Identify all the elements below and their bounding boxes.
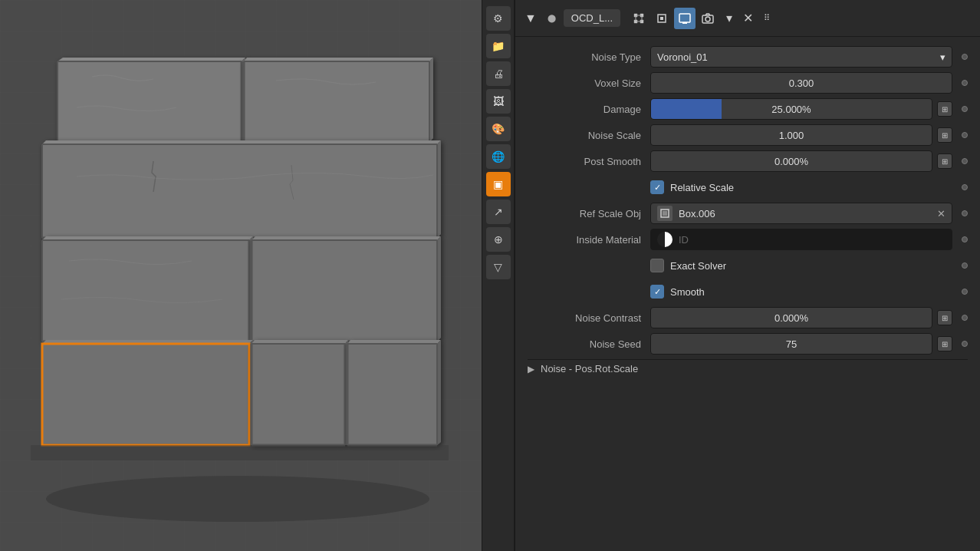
relative-scale-checkbox[interactable] (650, 180, 664, 194)
damage-text: 25.000% (651, 104, 932, 115)
noise-type-label: Noise Type (528, 51, 650, 63)
voxel-size-dot (962, 80, 968, 86)
noise-seed-row: Noise Seed ⊞ (528, 333, 968, 355)
noise-scale-row: Noise Scale ⊞ (528, 124, 968, 146)
noise-scale-input[interactable] (650, 124, 932, 146)
noise-scale-dot (962, 132, 968, 138)
exact-solver-checkbox[interactable] (650, 259, 664, 272)
noise-type-text: Voronoi_01 (657, 51, 708, 63)
ref-scale-label: Ref Scale Obj (528, 208, 650, 219)
noise-contrast-row: Noise Contrast ⊞ (528, 307, 968, 328)
ref-scale-name-text: Box.006 (679, 208, 931, 219)
exact-solver-check-area: Exact Solver (650, 259, 957, 272)
inside-material-row: Inside Material ID (528, 229, 968, 250)
section-divider (528, 359, 968, 360)
panel-title[interactable]: OCD_L... (564, 9, 620, 27)
damage-input[interactable]: 25.000% (650, 98, 932, 120)
cursor-btn[interactable]: ↗ (486, 200, 511, 224)
noise-contrast-value: ⊞ (650, 307, 968, 328)
noise-contrast-dot (962, 315, 968, 321)
post-smooth-label: Post Smooth (528, 156, 650, 167)
dot-icon: ⬤ (548, 14, 556, 22)
ref-scale-obj-icon (657, 206, 673, 221)
smooth-row: Smooth (528, 281, 968, 302)
inside-material-value: ID (650, 229, 968, 250)
header-icon-group (628, 8, 719, 29)
properties-panel: ▼ ⬤ OCD_L... ▾ ✕ ⠿ (514, 0, 980, 551)
svg-rect-48 (663, 211, 667, 216)
damage-expand-icon[interactable]: ⊞ (937, 101, 952, 117)
collapse-icon: ▼ (525, 12, 537, 25)
post-smooth-row: Post Smooth ⊞ (528, 150, 968, 172)
voxel-size-input[interactable] (650, 72, 952, 94)
noise-seed-expand-icon[interactable]: ⊞ (937, 336, 952, 351)
post-smooth-value: ⊞ (650, 150, 968, 172)
relative-scale-dot (962, 184, 968, 190)
noise-contrast-expand-icon[interactable]: ⊞ (937, 310, 952, 325)
relative-scale-check-area: Relative Scale (650, 180, 957, 194)
post-smooth-input[interactable] (650, 150, 932, 172)
noise-scale-expand-icon[interactable]: ⊞ (937, 127, 952, 143)
ref-scale-clear-btn[interactable]: ✕ (937, 208, 945, 219)
noise-contrast-label: Noise Contrast (528, 312, 650, 324)
camera-icon-btn[interactable] (697, 8, 719, 29)
panel-dot-btn[interactable]: ⬤ (544, 11, 559, 25)
smooth-checkbox[interactable] (650, 285, 664, 299)
damage-value: 25.000% ⊞ (650, 98, 968, 120)
noise-section-row[interactable]: ▶ Noise - Pos.Rot.Scale (528, 363, 968, 374)
noise-seed-input[interactable] (650, 333, 932, 355)
display-icon-btn[interactable] (674, 8, 696, 29)
noise-type-dropdown[interactable]: Voronoi_01 ▾ (650, 46, 952, 68)
material-btn[interactable]: 🎨 (486, 117, 511, 141)
node-btn[interactable]: ⊕ (486, 227, 511, 252)
3d-viewport[interactable]: ⚙ 📁 🖨 🖼 🎨 🌐 ▣ ↗ ⊕ ▽ (0, 0, 514, 551)
ref-scale-input[interactable]: Box.006 ✕ (650, 203, 952, 224)
section-arrow-icon: ▶ (528, 364, 534, 374)
ref-scale-value: Box.006 ✕ (650, 203, 968, 224)
damage-dot (962, 106, 968, 112)
relative-scale-label: Relative Scale (670, 182, 734, 193)
voxel-size-row: Voxel Size (528, 72, 968, 94)
smooth-label: Smooth (670, 286, 705, 298)
smooth-dot (962, 289, 968, 295)
ref-scale-dot (962, 210, 968, 216)
filter-btn[interactable]: ▽ (486, 255, 511, 279)
noise-section-label: Noise - Pos.Rot.Scale (541, 363, 638, 374)
voxel-size-value (650, 72, 968, 94)
noise-type-row: Noise Type Voronoi_01 ▾ (528, 46, 968, 68)
noise-contrast-input[interactable] (650, 307, 932, 328)
svg-point-2 (46, 476, 429, 522)
inside-material-input[interactable]: ID (650, 229, 952, 250)
material-sphere-icon (657, 232, 673, 247)
noise-scale-value: ⊞ (650, 124, 968, 146)
smooth-check-area: Smooth (650, 285, 957, 299)
object-btn[interactable]: 📁 (486, 34, 511, 58)
view-btn[interactable]: 🖼 (486, 89, 511, 114)
output-btn[interactable]: 🖨 (486, 61, 511, 86)
relative-scale-row: Relative Scale (528, 177, 968, 198)
inside-material-dot (962, 236, 968, 243)
noise-type-value: Voronoi_01 ▾ (650, 46, 968, 68)
panel-more-btn[interactable]: ⠿ (761, 10, 774, 26)
panel-content: Noise Type Voronoi_01 ▾ Voxel Size Damag… (515, 37, 980, 551)
noise-seed-dot (962, 341, 968, 347)
dropdown-arrow-icon: ▾ (940, 51, 945, 63)
mesh-icon-btn[interactable] (628, 8, 649, 29)
post-smooth-dot (962, 158, 968, 164)
svg-point-46 (705, 17, 710, 21)
svg-rect-41 (660, 17, 663, 20)
panel-collapse-btn[interactable]: ▼ (521, 8, 540, 28)
world-btn[interactable]: 🌐 (486, 144, 511, 169)
inside-material-id-text: ID (679, 234, 689, 246)
exact-solver-dot (962, 262, 968, 269)
origin-icon-btn[interactable] (651, 8, 673, 29)
svg-rect-35 (31, 445, 449, 460)
select-btn[interactable]: ▣ (486, 172, 511, 196)
post-smooth-expand-icon[interactable]: ⊞ (937, 153, 952, 169)
panel-expand-btn[interactable]: ▾ (723, 8, 735, 28)
voxel-size-label: Voxel Size (528, 78, 650, 89)
inside-material-label: Inside Material (528, 234, 650, 246)
tools-btn[interactable]: ⚙ (486, 6, 511, 31)
panel-close-btn[interactable]: ✕ (740, 8, 756, 28)
ref-scale-row: Ref Scale Obj Box.006 ✕ (528, 203, 968, 224)
